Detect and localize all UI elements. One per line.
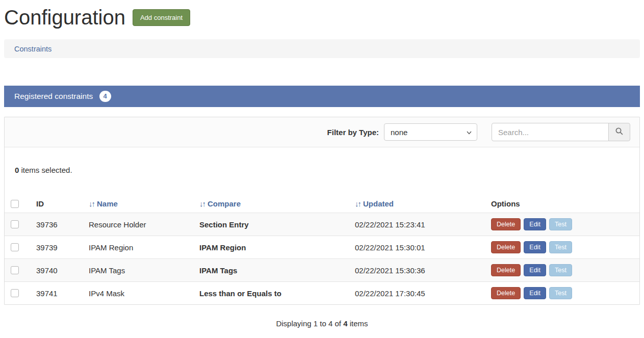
row-id: 39736 bbox=[30, 213, 83, 236]
test-button[interactable]: Test bbox=[549, 218, 572, 230]
sort-icon: ↓↑ bbox=[199, 199, 205, 208]
column-header-compare-label: Compare bbox=[208, 199, 241, 208]
column-header-name[interactable]: ↓↑Name bbox=[83, 195, 193, 213]
breadcrumb: Constraints bbox=[4, 39, 640, 58]
paging-total: 4 bbox=[343, 319, 347, 328]
filter-type-select-wrap: none bbox=[384, 123, 477, 141]
table-row: 39739 IPAM Region IPAM Region 02/22/2021… bbox=[5, 236, 639, 259]
delete-button[interactable]: Delete bbox=[491, 264, 521, 276]
test-button[interactable]: Test bbox=[549, 264, 572, 276]
row-id: 39739 bbox=[30, 236, 83, 259]
row-compare: Less than or Equals to bbox=[193, 282, 349, 305]
table-row: 39736 Resource Holder Section Entry 02/2… bbox=[5, 213, 639, 236]
row-name: IPv4 Mask bbox=[83, 282, 193, 305]
sort-icon: ↓↑ bbox=[355, 199, 360, 208]
row-checkbox[interactable] bbox=[11, 220, 19, 228]
edit-button[interactable]: Edit bbox=[524, 241, 546, 253]
delete-button[interactable]: Delete bbox=[491, 287, 521, 299]
search-button[interactable] bbox=[608, 123, 630, 141]
selection-label: items selected. bbox=[19, 166, 72, 174]
search-input[interactable] bbox=[492, 123, 609, 141]
table-header-row: ID ↓↑Name ↓↑Compare ↓↑Updated Options bbox=[5, 195, 639, 213]
row-id: 39741 bbox=[30, 282, 83, 305]
search-icon bbox=[615, 127, 624, 137]
constraints-table: ID ↓↑Name ↓↑Compare ↓↑Updated Options 39… bbox=[5, 195, 639, 304]
section-header: Registered constraints 4 bbox=[4, 86, 640, 107]
column-header-options: Options bbox=[485, 195, 639, 213]
row-updated: 02/22/2021 15:23:41 bbox=[349, 213, 485, 236]
filter-type-select[interactable]: none bbox=[384, 123, 477, 141]
row-checkbox[interactable] bbox=[11, 266, 19, 274]
column-header-compare[interactable]: ↓↑Compare bbox=[193, 195, 349, 213]
column-header-updated[interactable]: ↓↑Updated bbox=[349, 195, 485, 213]
column-header-id: ID bbox=[30, 195, 83, 213]
edit-button[interactable]: Edit bbox=[524, 264, 546, 276]
row-compare: Section Entry bbox=[193, 213, 349, 236]
count-badge: 4 bbox=[99, 91, 111, 102]
paging-summary: Displaying 1 to 4 of 4 items bbox=[4, 319, 640, 328]
selection-note: 0 items selected. bbox=[5, 147, 639, 195]
table-row: 39741 IPv4 Mask Less than or Equals to 0… bbox=[5, 282, 639, 305]
add-constraint-button[interactable]: Add constraint bbox=[133, 9, 190, 26]
page-header: Configuration Add constraint bbox=[4, 6, 640, 29]
row-compare: IPAM Region bbox=[193, 236, 349, 259]
row-checkbox[interactable] bbox=[11, 243, 19, 251]
page-title: Configuration bbox=[4, 6, 125, 29]
constraints-panel: Filter by Type: none 0 items selected bbox=[4, 117, 640, 305]
search-group bbox=[492, 123, 630, 141]
filter-type-label: Filter by Type: bbox=[327, 128, 379, 137]
edit-button[interactable]: Edit bbox=[524, 218, 546, 230]
row-updated: 02/22/2021 17:30:45 bbox=[349, 282, 485, 305]
select-all-checkbox[interactable] bbox=[11, 200, 19, 208]
row-checkbox[interactable] bbox=[11, 289, 19, 297]
column-header-name-label: Name bbox=[97, 199, 118, 208]
delete-button[interactable]: Delete bbox=[491, 241, 521, 253]
paging-suffix: items bbox=[348, 319, 368, 328]
filter-bar: Filter by Type: none bbox=[5, 117, 639, 147]
breadcrumb-link-constraints[interactable]: Constraints bbox=[14, 45, 51, 53]
table-row: 39740 IPAM Tags IPAM Tags 02/22/2021 15:… bbox=[5, 259, 639, 282]
row-updated: 02/22/2021 15:30:01 bbox=[349, 236, 485, 259]
row-compare: IPAM Tags bbox=[193, 259, 349, 282]
delete-button[interactable]: Delete bbox=[491, 218, 521, 230]
paging-prefix: Displaying 1 to 4 of bbox=[276, 319, 343, 328]
row-name: IPAM Region bbox=[83, 236, 193, 259]
column-header-updated-label: Updated bbox=[363, 199, 394, 208]
section-title: Registered constraints bbox=[14, 92, 93, 100]
test-button[interactable]: Test bbox=[549, 287, 572, 299]
row-name: IPAM Tags bbox=[83, 259, 193, 282]
edit-button[interactable]: Edit bbox=[524, 287, 546, 299]
row-updated: 02/22/2021 15:30:36 bbox=[349, 259, 485, 282]
test-button[interactable]: Test bbox=[549, 241, 572, 253]
sort-icon: ↓↑ bbox=[89, 199, 94, 208]
row-name: Resource Holder bbox=[83, 213, 193, 236]
row-id: 39740 bbox=[30, 259, 83, 282]
